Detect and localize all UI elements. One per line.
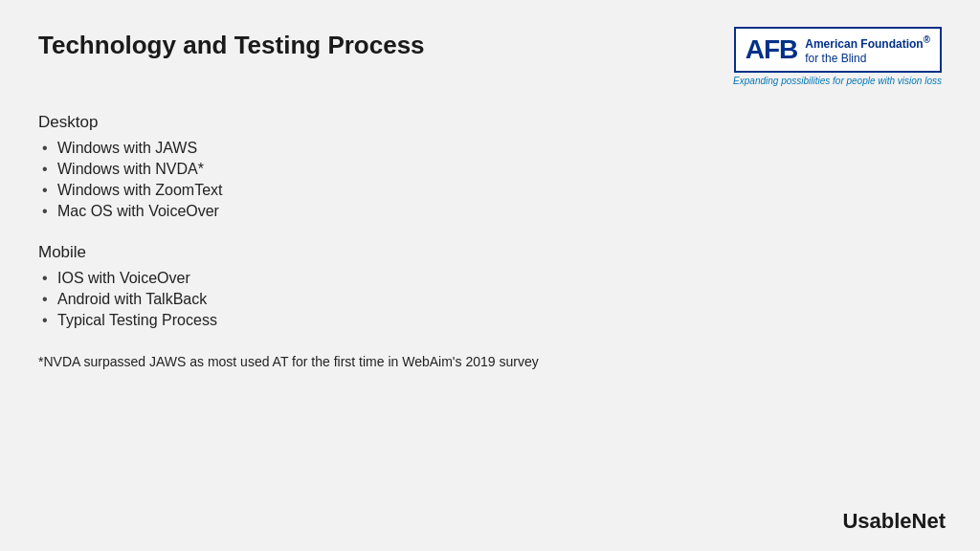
logo-tagline: Expanding possibilities for people with … (733, 76, 942, 86)
afb-letters: AFB (746, 34, 798, 65)
logo-line1: American Foundation® (805, 34, 930, 51)
logo-text-block: American Foundation® for the Blind (805, 34, 930, 65)
main-column: Desktop Windows with JAWSWindows with NV… (38, 113, 942, 372)
slide-content: Desktop Windows with JAWSWindows with NV… (38, 113, 942, 372)
desktop-heading: Desktop (38, 113, 942, 132)
list-item: Android with TalkBack (38, 289, 942, 310)
list-item: Windows with ZoomText (38, 180, 942, 201)
list-item: IOS with VoiceOver (38, 268, 942, 289)
mobile-heading: Mobile (38, 243, 942, 262)
list-item: Windows with JAWS (38, 138, 942, 159)
logo-line2: for the Blind (805, 52, 930, 65)
footnote: *NVDA surpassed JAWS as most used AT for… (38, 352, 823, 372)
afb-logo: AFB American Foundation® for the Blind (734, 27, 942, 73)
list-item: Windows with NVDA* (38, 159, 942, 180)
slide-header: Technology and Testing Process AFB Ameri… (38, 27, 942, 86)
desktop-section: Desktop Windows with JAWSWindows with NV… (38, 113, 942, 222)
logo-area: AFB American Foundation® for the Blind E… (693, 27, 942, 86)
mobile-list: IOS with VoiceOverAndroid with TalkBackT… (38, 268, 942, 331)
slide-title: Technology and Testing Process (38, 27, 425, 60)
mobile-section: Mobile IOS with VoiceOverAndroid with Ta… (38, 243, 942, 331)
list-item: Mac OS with VoiceOver (38, 201, 942, 222)
desktop-list: Windows with JAWSWindows with NVDA*Windo… (38, 138, 942, 222)
list-item: Typical Testing Process (38, 310, 942, 331)
slide: Technology and Testing Process AFB Ameri… (0, 0, 980, 551)
footer-brand: UsableNet (842, 509, 946, 534)
